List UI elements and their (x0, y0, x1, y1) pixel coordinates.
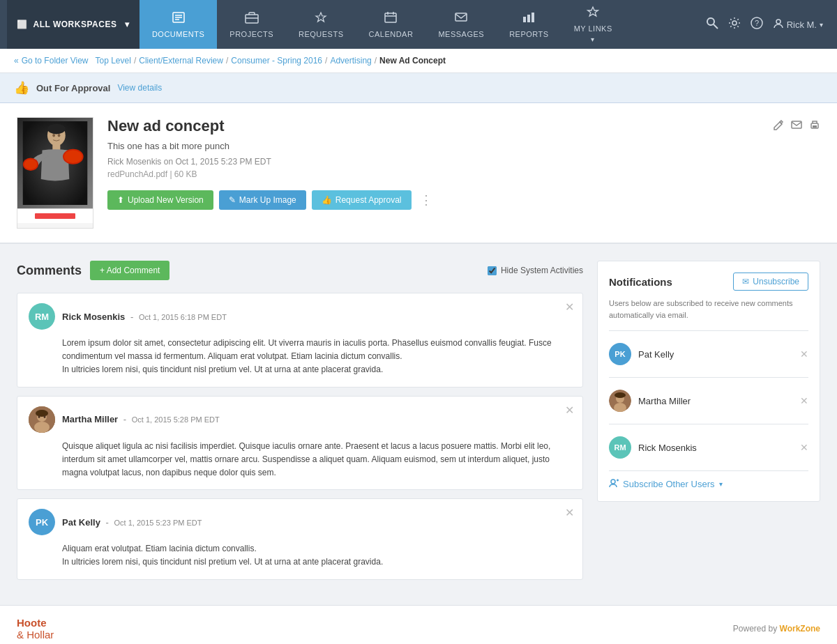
svg-point-44 (611, 480, 615, 484)
comment-author: Martha Miller (62, 414, 118, 424)
document-filename: redPunchAd.pdf (107, 169, 167, 179)
documents-icon (172, 11, 186, 27)
nav-item-mylinks[interactable]: MY LINKS ▾ (561, 0, 625, 49)
svg-rect-6 (385, 13, 396, 22)
breadcrumb-client-review[interactable]: Client/External Review (139, 56, 223, 66)
nav-item-documents[interactable]: DOCUMENTS (140, 0, 217, 49)
comment-body: Lorem ipsum dolor sit amet, consectetur … (62, 337, 571, 377)
svg-point-27 (24, 159, 37, 169)
help-icon[interactable]: ? (751, 17, 763, 33)
breadcrumb-consumer[interactable]: Consumer - Spring 2016 (231, 56, 322, 66)
workspace-selector[interactable]: ⬜ ALL WORKSPACES ▾ (7, 0, 140, 49)
document-thumbnail[interactable] (17, 117, 93, 229)
svg-rect-10 (455, 13, 467, 21)
svg-point-14 (707, 18, 714, 25)
nav-item-requests[interactable]: REQUESTS (286, 0, 356, 49)
nav-requests-label: REQUESTS (299, 30, 344, 38)
notif-user-item: Martha Miller ✕ (609, 385, 808, 417)
breadcrumb-advertising[interactable]: Advertising (330, 56, 371, 66)
more-options-button[interactable]: ⋮ (417, 192, 435, 208)
footer-brand-line1: Hoote (17, 617, 54, 629)
markup-icon: ✎ (229, 195, 236, 205)
nav-documents-label: DOCUMENTS (152, 30, 204, 38)
hide-system-checkbox[interactable] (488, 266, 497, 275)
print-icon[interactable] (809, 119, 820, 133)
notif-remove-button[interactable]: ✕ (800, 348, 808, 360)
unsubscribe-button[interactable]: ✉ Unsubscribe (733, 273, 808, 291)
comment-date: Oct 1, 2015 5:28 PM EDT (132, 415, 220, 424)
person-plus-icon (609, 478, 619, 490)
svg-point-25 (64, 151, 82, 163)
request-approval-button[interactable]: 👍 Request Approval (312, 190, 412, 210)
comments-header: Comments + Add Comment Hide System Activ… (17, 261, 583, 280)
document-file: redPunchAd.pdf | 60 KB (107, 169, 820, 179)
markup-image-button[interactable]: ✎ Mark Up Image (219, 190, 306, 210)
comment-body: Aliquam erat volutpat. Etiam lacinia dic… (62, 542, 571, 569)
comment-text: Aliquam erat volutpat. Etiam lacinia dic… (62, 544, 383, 567)
svg-point-29 (52, 134, 55, 137)
powered-by-text: Powered by (733, 624, 777, 634)
comment-dash: - (123, 414, 129, 424)
footer-brand-line2: & Hollar (17, 629, 54, 641)
document-buttons: ⬆ Upload New Version ✎ Mark Up Image 👍 R… (107, 190, 820, 210)
comment-date: Oct 1, 2015 6:18 PM EDT (139, 313, 227, 321)
notif-user-name: Martha Miller (638, 396, 793, 406)
nav-item-projects[interactable]: PROJECTS (217, 0, 286, 49)
notif-user-name: Pat Kelly (638, 349, 793, 360)
svg-point-43 (614, 392, 626, 398)
document-author: Rick Mosenkis (107, 157, 161, 167)
back-chevron-icon: « (14, 56, 19, 66)
thumbsup-icon: 👍 (14, 80, 29, 95)
breadcrumb-sep-1: / (134, 56, 136, 66)
notif-user-avatar (609, 390, 631, 412)
notif-remove-button[interactable]: ✕ (800, 395, 808, 406)
email-notif-icon: ✉ (742, 277, 749, 286)
document-date: Oct 1, 2015 5:23 PM EDT (175, 157, 271, 167)
nav-item-reports[interactable]: REPORTS (497, 0, 561, 49)
comment-text: Lorem ipsum dolor sit amet, consectetur … (62, 338, 552, 374)
back-to-folder-link[interactable]: « Go to Folder View (14, 56, 89, 66)
footer: Hoote & Hollar Powered by WorkZone (0, 605, 837, 645)
martha-notif-avatar (609, 390, 631, 412)
comment-close-button[interactable]: ✕ (565, 300, 574, 314)
notif-divider (609, 377, 808, 378)
add-comment-button[interactable]: + Add Comment (90, 261, 169, 280)
subscribe-other-users[interactable]: Subscribe Other Users ▾ (609, 470, 808, 490)
notif-divider (609, 330, 808, 331)
comments-title-area: Comments + Add Comment (17, 261, 169, 280)
comment-author-info: Rick Mosenkis - Oct 1, 2015 6:18 PM EDT (62, 312, 227, 322)
thumbsup-btn-icon: 👍 (322, 195, 332, 205)
email-icon[interactable] (791, 119, 802, 133)
nav-reports-label: REPORTS (509, 30, 548, 38)
requests-icon (314, 11, 328, 27)
nav-item-messages[interactable]: MESSAGES (425, 0, 497, 49)
document-filesize: 60 KB (174, 169, 197, 179)
avatar: PK (29, 509, 55, 535)
notif-divider (609, 424, 808, 424)
martha-avatar-image (29, 406, 55, 433)
comment-dash: - (106, 517, 112, 528)
notif-remove-button[interactable]: ✕ (800, 442, 808, 453)
breadcrumb-sep-2: / (226, 56, 228, 66)
nav-item-calendar[interactable]: CALENDAR (356, 0, 426, 49)
notif-user-avatar: PK (609, 343, 631, 365)
breadcrumb-toplevel[interactable]: Top Level (96, 56, 131, 66)
user-menu[interactable]: Rick M. ▾ (773, 18, 823, 31)
upload-new-version-button[interactable]: ⬆ Upload New Version (107, 190, 213, 210)
subscribe-other-label: Subscribe Other Users (623, 479, 715, 489)
view-details-link[interactable]: View details (117, 83, 162, 93)
search-icon[interactable] (706, 17, 718, 33)
hide-system-toggle[interactable]: Hide System Activities (488, 266, 583, 275)
comment-close-button[interactable]: ✕ (565, 404, 574, 417)
nav-messages-label: MESSAGES (438, 30, 484, 38)
comment-body: Quisque aliquet ligula ac nisi facilisis… (62, 440, 571, 480)
settings-icon[interactable] (728, 17, 741, 33)
comment-author: Pat Kelly (62, 517, 100, 528)
back-label: Go to Folder View (22, 56, 89, 66)
comment-date: Oct 1, 2015 5:23 PM EDT (114, 519, 202, 527)
nav-items: DOCUMENTS PROJECTS REQUESTS (140, 0, 706, 49)
comment-close-button[interactable]: ✕ (565, 506, 574, 519)
svg-rect-11 (523, 17, 526, 22)
comment-author-info: Martha Miller - Oct 1, 2015 5:28 PM EDT (62, 414, 220, 424)
edit-icon[interactable] (773, 119, 784, 133)
